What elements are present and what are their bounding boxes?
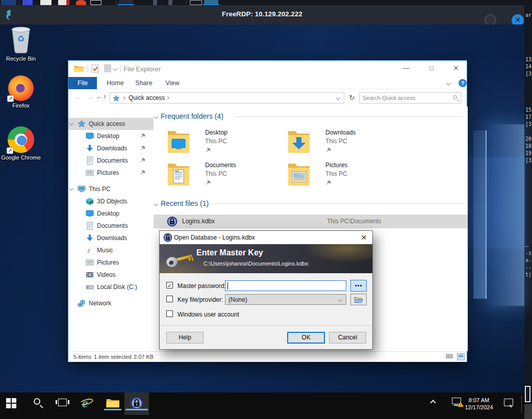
forward-button-icon[interactable]: → [87, 93, 94, 101]
desktop-icon-google-chrome[interactable]: ↗ Google Chrome [1, 126, 41, 161]
sidebar-item-documents[interactable]: Documents [68, 154, 154, 167]
sidebar-item-quick-access[interactable]: Quick access [68, 118, 154, 130]
keepass-dialog-titlebar[interactable]: Open Database - Logins.kdbx ✕ [160, 231, 372, 244]
host-kali-icon[interactable] [1, 0, 16, 5]
ribbon-expand-chevron-icon[interactable] [446, 81, 450, 85]
sidebar-item-pictures-pc[interactable]: Pictures [68, 256, 154, 269]
taskbar-clock[interactable]: 8:07 AM 12/17/2024 [463, 397, 495, 411]
task-view-button[interactable] [50, 392, 72, 415]
expander-chevron-icon[interactable] [69, 187, 73, 191]
folder-tile-documents[interactable]: Documents This PC [167, 161, 284, 190]
desktop-icon [86, 132, 94, 140]
explorer-maximize-button[interactable]: □ [420, 61, 443, 76]
sidebar-item-label: Downloads [97, 234, 127, 242]
sidebar-item-3d-objects[interactable]: 3D Objects [68, 195, 154, 207]
folder-tile-pictures[interactable]: Pictures This PC [287, 161, 404, 190]
host-app-icon[interactable] [168, 0, 172, 5]
start-button[interactable] [0, 392, 22, 415]
tray-show-hidden-icons-chevron[interactable] [430, 400, 436, 405]
master-password-checkbox[interactable]: ✓ [166, 282, 173, 289]
breadcrumb[interactable]: Quick access [129, 94, 165, 101]
ok-button[interactable]: OK [287, 332, 325, 344]
recent-files-header[interactable]: Recent files (1) [161, 199, 209, 207]
frequent-folders-header[interactable]: Frequent folders (4) [161, 112, 223, 120]
breadcrumb-chevron-icon[interactable] [122, 96, 125, 99]
sidebar-item-videos[interactable]: Videos [68, 269, 154, 281]
expander-chevron-icon[interactable] [69, 121, 73, 125]
group-collapse-chevron-icon[interactable] [154, 115, 158, 119]
explorer-titlebar[interactable]: File Explorer — □ ✕ [68, 61, 467, 77]
key-file-checkbox[interactable] [166, 296, 173, 302]
qat-new-folder-icon[interactable] [104, 64, 111, 72]
recent-locations-chevron-icon[interactable] [97, 95, 100, 99]
terminal-text: x- [525, 257, 531, 263]
key-file-dropdown[interactable]: (None) [225, 294, 346, 305]
host-firefox-icon[interactable] [76, 0, 86, 5]
address-bar[interactable]: Quick access [110, 92, 344, 103]
taskbar-internet-explorer[interactable]: e [75, 392, 98, 415]
sidebar-item-desktop[interactable]: Desktop [68, 130, 154, 142]
show-password-dots-button[interactable]: ••• [350, 280, 367, 292]
documents-icon [86, 156, 94, 165]
sidebar-item-desktop-pc[interactable]: Desktop [68, 207, 154, 220]
back-button-icon[interactable]: ← [74, 93, 82, 101]
desktop-icon-firefox[interactable]: ↗ Firefox [1, 75, 41, 109]
tile-location: This PC [205, 170, 227, 177]
folder-icon [287, 161, 311, 187]
folder-tile-downloads[interactable]: Downloads This PC [287, 128, 404, 158]
action-center-button-icon[interactable] [504, 399, 513, 406]
taskbar-search-button[interactable] [27, 392, 49, 415]
explorer-minimize-button[interactable]: — [395, 61, 417, 76]
freerdp-titlebar[interactable]: FreeRDP: 10.129.202.222 ✕ [0, 5, 524, 24]
large-icons-view-button-icon[interactable] [457, 353, 465, 360]
sidebar-item-downloads-pc[interactable]: Downloads [68, 232, 154, 244]
keepass-close-button[interactable]: ✕ [358, 232, 369, 243]
host-terminal-icon[interactable] [90, 0, 102, 5]
explorer-close-button[interactable]: ✕ [445, 61, 467, 76]
show-desktop-divider[interactable] [521, 396, 522, 413]
host-window-outline-icon[interactable] [190, 0, 202, 5]
host-app-icon[interactable] [22, 0, 33, 5]
help-button[interactable]: Help [166, 332, 204, 344]
windows-account-checkbox[interactable] [166, 310, 173, 317]
windows-desktop[interactable]: ♻ Recycle Bin ↗ Firefox ↗ Google Chrome [0, 24, 524, 392]
sidebar-item-music[interactable]: ♪ Music [68, 244, 154, 256]
sidebar-item-this-pc[interactable]: This PC [68, 183, 154, 195]
desktop-icon-recycle-bin[interactable]: ♻ Recycle Bin [1, 25, 41, 62]
sidebar-item-network[interactable]: Network [68, 297, 154, 309]
taskbar-file-explorer[interactable] [101, 392, 123, 415]
sidebar-item-documents-pc[interactable]: Documents [68, 220, 154, 232]
host-app-icon[interactable] [153, 0, 157, 5]
host-app-icon[interactable] [58, 0, 69, 5]
details-view-button-icon[interactable] [446, 354, 453, 360]
pictures-icon [86, 169, 94, 177]
up-button-icon[interactable]: ↑ [103, 93, 107, 101]
search-input[interactable] [363, 93, 449, 102]
recent-file-row-logins-kdbx[interactable]: Logins.kdbx This PC\Documents [154, 215, 468, 228]
search-box[interactable] [359, 92, 461, 103]
pin-icon [140, 157, 146, 164]
host-app-icon[interactable] [40, 0, 52, 5]
address-dropdown-chevron-icon[interactable] [336, 96, 340, 100]
group-collapse-chevron-icon[interactable] [154, 202, 158, 206]
tab-view[interactable]: View [159, 77, 186, 89]
qat-customize-chevron-icon[interactable] [113, 67, 117, 71]
refresh-button-icon[interactable]: ↻ [347, 92, 357, 103]
tile-name: Desktop [205, 129, 227, 136]
cancel-button[interactable]: Cancel [329, 332, 366, 344]
sidebar-item-downloads[interactable]: Downloads [68, 142, 154, 154]
folder-tile-desktop[interactable]: Desktop This PC [167, 128, 284, 158]
browse-key-file-button[interactable] [350, 294, 367, 305]
tab-share[interactable]: Share [131, 77, 157, 89]
master-password-input[interactable] [225, 280, 346, 291]
tab-file[interactable]: File [68, 77, 97, 89]
taskbar-keepass[interactable] [125, 392, 148, 415]
explorer-window-title: File Explorer [123, 65, 161, 73]
tab-home[interactable]: Home [102, 77, 129, 89]
sidebar-item-pictures[interactable]: Pictures [68, 167, 154, 179]
sidebar-item-local-disk-c[interactable]: Local Disk (C:) [68, 281, 154, 293]
active-indicator [125, 409, 148, 410]
help-button[interactable]: ? [459, 79, 467, 87]
breadcrumb-chevron-icon[interactable] [166, 96, 169, 99]
qat-properties-icon[interactable] [91, 64, 99, 73]
